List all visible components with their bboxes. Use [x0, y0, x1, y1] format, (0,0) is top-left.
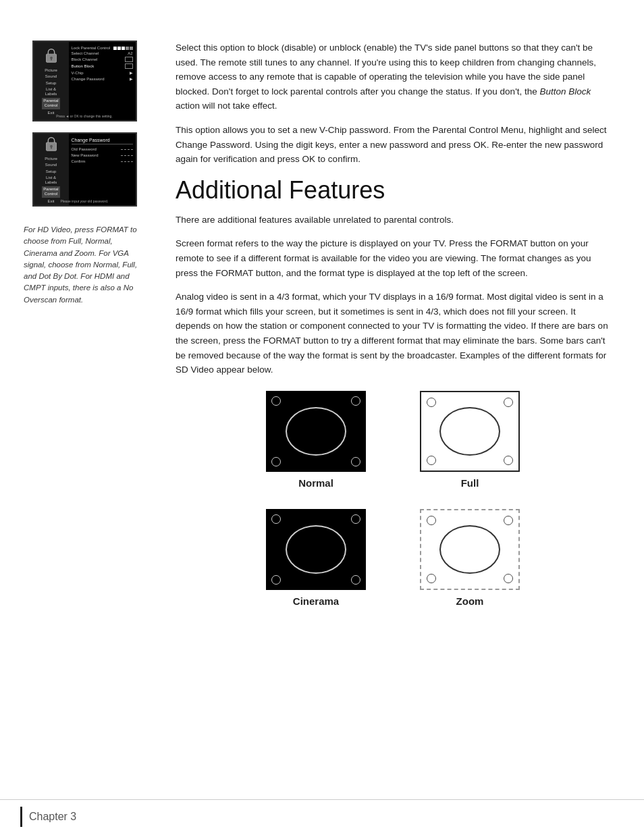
diagram-box-normal [266, 391, 366, 472]
diagram-zoom: Zoom [420, 509, 520, 607]
diagram-label-normal: Normal [298, 477, 333, 489]
tv2-bottom-text: Please input your old password. [34, 199, 136, 203]
diagram-cinerama: Cinerama [266, 509, 366, 607]
center-oval-normal [286, 407, 346, 456]
diagram-label-zoom: Zoom [456, 595, 484, 607]
tv-row-button-block: Button Block [72, 63, 133, 69]
tv-screenshot-1: Picture Sound Setup List &Labels Parenta… [32, 41, 137, 122]
corner-bl-normal [271, 457, 281, 466]
lock-icon-2 [44, 135, 59, 153]
corner-bl-cinerama [271, 575, 281, 585]
tv-menu-label-sound: Sound [42, 74, 59, 79]
svg-rect-2 [51, 59, 52, 61]
tv-menu-label-setup: Setup [42, 81, 59, 86]
corner-tl-full [427, 398, 436, 407]
paragraph-vchip: This option allows you to set a new V-Ch… [176, 123, 610, 167]
tv-menu-label-parental: ParentalControl [42, 98, 59, 109]
paragraph-additional-intro: There are additional features available … [176, 213, 610, 227]
tv-input-new: New Password [72, 153, 133, 157]
sidebar-note: For HD Video, press FORMAT to choose fro… [20, 224, 149, 306]
diagrams-row-2: Cinerama Zoom [176, 509, 610, 607]
paragraph-button-block: Select this option to block (disable) or… [176, 41, 610, 113]
tv-menu-labels-2: Picture Sound Setup List &Labels Parenta… [42, 157, 59, 204]
tv-right-content-1: Lock Parental Control Select Channel A2 [69, 42, 136, 120]
tv1-bottom-text: Press ◄ or OK to change this setting. [34, 114, 136, 118]
corner-tr-cinerama [351, 514, 360, 524]
corner-tr-full [504, 398, 513, 407]
diagram-box-cinerama [266, 509, 366, 590]
diagrams-container: Normal Full [176, 391, 610, 627]
tv-row-change-password: Change Password ▶ [72, 76, 133, 81]
diagram-box-full [420, 391, 520, 472]
tv-screenshot-2: Picture Sound Setup List &Labels Parenta… [32, 132, 137, 207]
page: Picture Sound Setup List &Labels Parenta… [0, 0, 644, 833]
center-oval-cinerama [286, 525, 346, 574]
tv-menu-labels-1: Picture Sound Setup List &Labels Parenta… [42, 68, 59, 115]
chapter-bar: Chapter 3 [0, 799, 644, 833]
right-column: Select this option to block (disable) or… [162, 41, 610, 627]
tv2-menu-title: Change Password [72, 138, 133, 144]
diagrams-row-1: Normal Full [176, 391, 610, 489]
tv-menu-label-picture: Picture [42, 68, 59, 73]
corner-tr-zoom [504, 516, 513, 525]
section-heading-additional-features: Additional Features [176, 176, 610, 205]
corner-bl-zoom [427, 574, 436, 583]
tv-input-confirm: Confirm [72, 159, 133, 163]
center-oval-full [439, 407, 500, 456]
tv-left-bar-2: Picture Sound Setup List &Labels Parenta… [34, 134, 69, 205]
corner-bl-full [427, 456, 436, 465]
svg-rect-5 [51, 147, 52, 149]
left-column: Picture Sound Setup List &Labels Parenta… [20, 41, 162, 627]
diagram-label-full: Full [461, 477, 479, 489]
tv-row-block-channel: Block Channel [72, 57, 133, 62]
corner-br-zoom [504, 574, 513, 583]
diagram-box-zoom [420, 509, 520, 590]
corner-br-full [504, 456, 513, 465]
diagram-full: Full [420, 391, 520, 489]
lock-icon [44, 47, 59, 64]
tv-right-content-2: Change Password Old Password New Passwor… [69, 134, 136, 205]
tv-row-vchip: V-Chip ▶ [72, 70, 133, 75]
tv-row-select: Select Channel A2 [72, 51, 133, 55]
tv-input-old: Old Password [72, 147, 133, 151]
corner-tr-normal [351, 396, 360, 406]
corner-br-normal [351, 457, 360, 466]
corner-tl-zoom [427, 516, 436, 525]
chapter-text: Chapter 3 [29, 811, 76, 823]
tv-row-lock: Lock Parental Control [72, 46, 133, 50]
tv-left-bar-1: Picture Sound Setup List &Labels Parenta… [34, 42, 69, 120]
diagram-normal: Normal [266, 391, 366, 489]
chapter-bar-line [20, 807, 22, 827]
center-oval-zoom [439, 525, 500, 574]
tv-menu-label-listandlabels: List &Labels [42, 87, 59, 97]
paragraph-analog: Analog video is sent in a 4/3 format, wh… [176, 290, 610, 377]
paragraph-screen-format: Screen format refers to the way the pict… [176, 236, 610, 280]
content-area: Picture Sound Setup List &Labels Parenta… [0, 41, 644, 627]
corner-tl-normal [271, 396, 281, 406]
corner-br-cinerama [351, 575, 360, 585]
corner-tl-cinerama [271, 514, 281, 524]
diagram-label-cinerama: Cinerama [293, 595, 339, 607]
